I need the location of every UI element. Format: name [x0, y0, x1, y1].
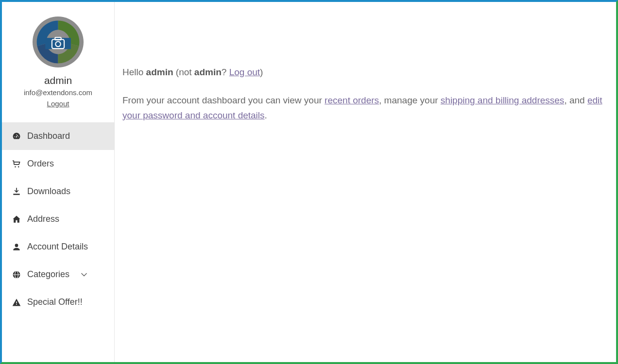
greeting-not-suffix: ?: [222, 67, 229, 77]
sidebar-item-orders[interactable]: Orders: [2, 150, 114, 178]
cart-icon: [12, 159, 21, 169]
svg-point-5: [15, 166, 16, 167]
sidebar-item-label: Orders: [27, 159, 54, 169]
shipping-billing-link[interactable]: shipping and billing addresses: [441, 95, 565, 105]
logout-link[interactable]: Log out: [229, 67, 260, 77]
chevron-down-icon: [79, 270, 89, 280]
user-email-label: info@extendons.com: [2, 88, 114, 97]
sidebar-item-label: Downloads: [27, 186, 70, 197]
sidebar-item-label: Dashboard: [27, 131, 70, 141]
body-text: , manage your: [379, 95, 441, 105]
greeting-close: ): [260, 67, 263, 77]
sidebar: admin info@extendons.com Logout Dashboar…: [2, 2, 115, 362]
body-text: .: [265, 110, 267, 120]
dashboard-icon: [12, 132, 21, 141]
sidebar-item-label: Address: [27, 214, 59, 224]
sidebar-item-downloads[interactable]: Downloads: [2, 178, 114, 205]
sidebar-item-address[interactable]: Address: [2, 205, 114, 233]
greeting-not-username: admin: [194, 67, 222, 77]
home-icon: [12, 215, 21, 224]
greeting-username: admin: [146, 67, 173, 77]
sidebar-logout-link[interactable]: Logout: [2, 99, 114, 108]
greeting-prefix: Hello: [122, 67, 146, 77]
sidebar-item-account-details[interactable]: Account Details: [2, 233, 114, 261]
greeting-text: Hello admin (not admin? Log out): [122, 65, 606, 80]
sidebar-item-dashboard[interactable]: Dashboard: [2, 122, 114, 150]
warning-icon: [12, 298, 21, 307]
greeting-not-prefix: (not: [173, 67, 194, 77]
sidebar-item-label: Categories: [27, 269, 69, 280]
globe-icon: [12, 270, 21, 280]
user-icon: [12, 242, 21, 252]
username-label: admin: [2, 75, 114, 86]
recent-orders-link[interactable]: recent orders: [325, 95, 379, 105]
app-frame: admin info@extendons.com Logout Dashboar…: [0, 0, 618, 364]
download-icon: [12, 187, 21, 197]
sidebar-item-special-offer[interactable]: Special Offer!!: [2, 288, 114, 316]
svg-point-6: [18, 166, 19, 167]
sidebar-item-label: Special Offer!!: [27, 297, 83, 307]
main-content: Hello admin (not admin? Log out) From yo…: [115, 2, 616, 362]
body-text: From your account dashboard you can view…: [122, 95, 325, 105]
sidebar-item-label: Account Details: [27, 242, 88, 252]
avatar-camera-icon: [33, 17, 84, 67]
body-text: , and: [564, 95, 587, 105]
avatar[interactable]: [33, 17, 84, 67]
dashboard-description: From your account dashboard you can view…: [122, 93, 606, 123]
sidebar-nav: Dashboard Orders Downloads Address: [2, 122, 114, 316]
sidebar-item-categories[interactable]: Categories: [2, 261, 114, 288]
avatar-wrap: [2, 17, 114, 67]
